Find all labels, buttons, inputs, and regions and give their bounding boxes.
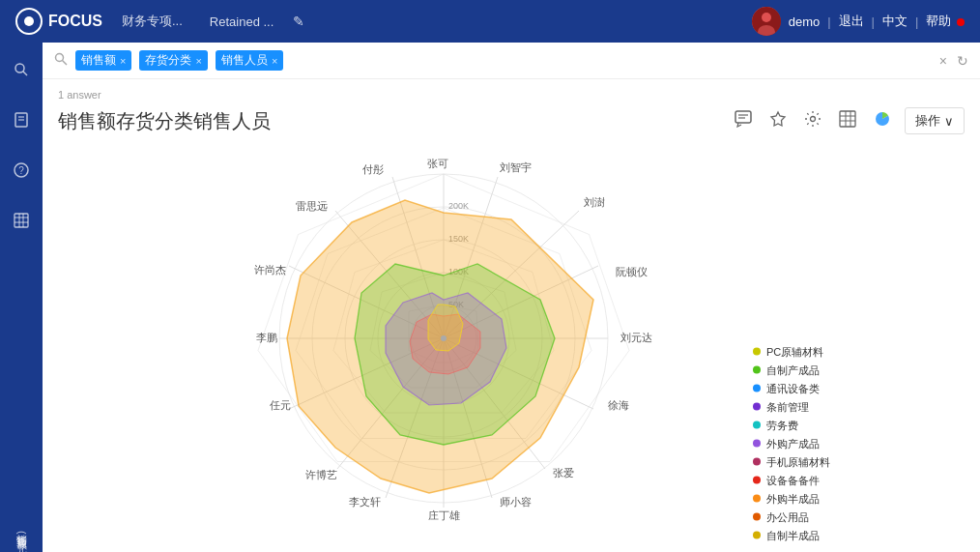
search-icon	[54, 52, 68, 69]
legend-item: 自制产成品	[753, 363, 830, 377]
legend-dot	[753, 348, 761, 356]
legend-dot	[753, 495, 761, 503]
svg-text:张爱: 张爱	[553, 467, 574, 479]
sidebar-table[interactable]	[6, 205, 37, 236]
pie-chart-icon[interactable]	[870, 106, 895, 135]
divider3: |	[915, 15, 918, 29]
content-area: 1 answer 销售额存货分类销售人员	[43, 79, 980, 552]
tag-sales-close[interactable]: ×	[120, 55, 126, 67]
sidebar-question[interactable]: ?	[6, 155, 37, 186]
nav-retained[interactable]: Retained ...	[202, 11, 282, 33]
chart-legend: PC原辅材料 自制产成品 通讯设备类 条前管理 劳务费 外购产成品 手机原辅材料…	[753, 344, 830, 542]
svg-text:任元: 任元	[269, 399, 291, 411]
svg-point-1	[762, 13, 771, 22]
chat-icon[interactable]	[731, 106, 756, 135]
tag-sales: 销售额 ×	[75, 50, 131, 71]
legend-item: 手机原辅材料	[753, 454, 830, 469]
legend-label: 外购产成品	[766, 436, 820, 450]
main-layout: ? 销售额金额(元) 销售额 ×	[0, 43, 980, 552]
divider2: |	[872, 15, 875, 29]
x-axis-text: 销售人员	[434, 541, 480, 543]
svg-text:庄丁雄: 庄丁雄	[428, 509, 460, 521]
action-label: 操作	[915, 112, 940, 130]
svg-text:?: ?	[18, 165, 24, 176]
svg-rect-21	[840, 111, 855, 127]
main-content: 销售额 × 存货分类 × 销售人员 × × ↻ 1 answer 销售额存货分类…	[43, 43, 980, 552]
tag-salesperson-close[interactable]: ×	[272, 55, 277, 67]
header: FOCUS 财务专项... Retained ... ✎ demo | 退出 |…	[0, 0, 980, 43]
legend-item: 自制半成品	[753, 528, 830, 542]
radar-svg: .grid-line { fill: none; stroke: #ddd; s…	[192, 150, 734, 537]
svg-text:李文轩: 李文轩	[349, 496, 381, 508]
sidebar-bookmark[interactable]	[6, 104, 37, 135]
legend-label: 条前管理	[766, 399, 809, 414]
clear-btn[interactable]: ×	[939, 53, 947, 69]
legend-label: 自制半成品	[766, 528, 820, 542]
svg-text:张可: 张可	[427, 158, 448, 169]
logo-icon	[15, 8, 43, 35]
svg-text:刘澍: 刘澍	[584, 196, 605, 208]
tag-category: 存货分类 ×	[139, 50, 207, 71]
svg-rect-17	[735, 111, 751, 123]
header-right: demo | 退出 | 中文 | 帮助	[752, 7, 965, 36]
tag-category-label: 存货分类	[145, 52, 191, 69]
svg-text:徐海: 徐海	[608, 399, 629, 411]
legend-item: PC原辅材料	[753, 344, 830, 359]
logo-text: FOCUS	[48, 13, 102, 30]
logout-btn[interactable]: 退出	[839, 13, 864, 30]
nav-finance[interactable]: 财务专项...	[114, 9, 190, 34]
tag-category-close[interactable]: ×	[195, 55, 201, 67]
legend-label: 设备备备件	[766, 473, 820, 487]
legend-label: 自制产成品	[766, 363, 820, 377]
x-axis-label[interactable]: 销售人员 ∨	[434, 541, 493, 543]
legend-label: 通讯设备类	[766, 381, 820, 395]
chart-area: .grid-line { fill: none; stroke: #ddd; s…	[58, 143, 965, 542]
settings-icon[interactable]	[800, 106, 825, 135]
pin-icon[interactable]	[765, 106, 791, 135]
svg-text:阮顿仪: 阮顿仪	[616, 266, 648, 277]
svg-point-3	[15, 64, 24, 73]
sidebar-search[interactable]	[6, 54, 37, 85]
tag-sales-label: 销售额	[81, 52, 116, 69]
legend-dot	[753, 513, 761, 521]
sidebar-axis-label: 销售额金额(元)	[14, 526, 29, 540]
svg-text:刘智宇: 刘智宇	[500, 161, 532, 173]
toolbar: 操作 ∨	[731, 106, 965, 135]
help-btn[interactable]: 帮助	[926, 13, 965, 30]
legend-dot	[753, 403, 761, 411]
legend-item: 设备备备件	[753, 473, 830, 487]
svg-line-4	[23, 72, 27, 75]
legend-item: 条前管理	[753, 399, 830, 414]
svg-point-15	[56, 54, 64, 62]
legend-dot	[753, 385, 761, 392]
legend-label: 办公用品	[766, 509, 809, 524]
divider1: |	[827, 15, 830, 29]
user-name: demo	[789, 15, 821, 29]
lang-btn[interactable]: 中文	[882, 13, 908, 30]
svg-text:200K: 200K	[448, 201, 469, 211]
legend-label: 外购半成品	[766, 491, 820, 506]
legend-item: 外购产成品	[753, 436, 830, 450]
svg-text:许尚杰: 许尚杰	[254, 264, 286, 276]
tag-salesperson: 销售人员 ×	[216, 50, 283, 71]
action-btn[interactable]: 操作 ∨	[905, 107, 965, 134]
svg-text:刘元达: 刘元达	[620, 332, 652, 343]
svg-marker-60	[428, 305, 463, 351]
svg-text:雷思远: 雷思远	[296, 200, 328, 212]
page-title: 销售额存货分类销售人员	[58, 108, 271, 134]
tag-salesperson-label: 销售人员	[221, 52, 268, 69]
svg-text:李鹏: 李鹏	[256, 332, 277, 343]
table-view-icon[interactable]	[835, 106, 860, 135]
legend-dot	[753, 440, 761, 448]
refresh-btn[interactable]: ↻	[957, 53, 968, 69]
logo: FOCUS	[15, 8, 102, 35]
edit-icon[interactable]: ✎	[293, 14, 304, 29]
legend-dot	[753, 458, 761, 466]
legend-item: 通讯设备类	[753, 381, 830, 395]
breadcrumb: 1 answer	[58, 89, 965, 101]
search-actions: × ↻	[939, 53, 968, 69]
svg-line-16	[63, 61, 68, 66]
legend-item: 办公用品	[753, 509, 830, 524]
svg-point-77	[441, 335, 447, 341]
legend-label: PC原辅材料	[766, 344, 823, 359]
